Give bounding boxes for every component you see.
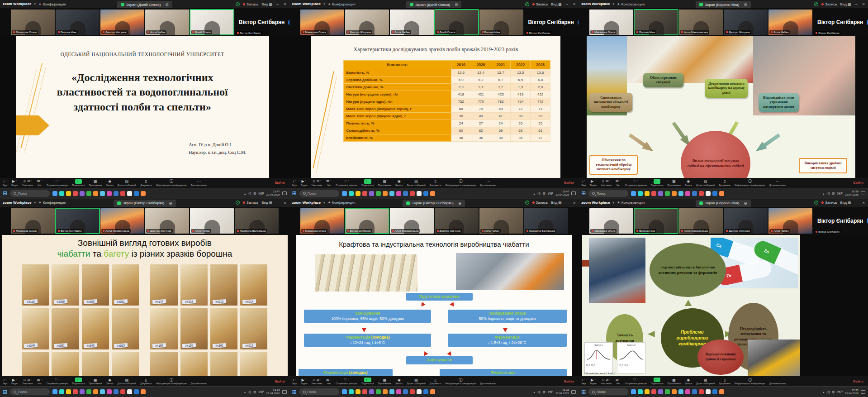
leave-meeting-button[interactable]: Выйти (564, 379, 576, 383)
taskbar-clock[interactable]: 15:3523.04.2026 (845, 389, 859, 395)
app-icon[interactable] (430, 191, 435, 196)
screen-share-tab[interactable]: Экран (Ворона Ніна) ⊖ (696, 200, 751, 207)
toolbar-mic[interactable]: ♪⌃Звук (292, 179, 297, 187)
app-icon[interactable] (114, 389, 119, 394)
taskbar-search[interactable]: Поиск (10, 388, 50, 395)
app-icon[interactable] (134, 389, 139, 394)
volume-icon[interactable]: ◁) (537, 390, 541, 394)
taskbar-search[interactable]: Поиск (10, 190, 50, 197)
leave-meeting-button[interactable]: Выйти (275, 379, 286, 383)
chevron-up-icon[interactable]: ⌃ (330, 179, 332, 183)
toolbar-documents[interactable]: ▯Документы (719, 179, 730, 187)
toolbar-participants[interactable]: ☺28⌃Участники (601, 179, 612, 187)
app-icon[interactable] (672, 191, 677, 196)
chevron-down-icon[interactable]: ▾ (34, 2, 36, 6)
app-icon[interactable] (59, 389, 64, 394)
app-icon[interactable] (423, 389, 428, 394)
language-indicator[interactable]: УКР (837, 390, 842, 393)
toolbar-record[interactable]: ◉Запись (106, 378, 113, 385)
app-icon[interactable] (100, 389, 105, 394)
system-tray[interactable]: ▴ ◁) ▥ УКР 15:3923.04.2026 (823, 190, 865, 196)
app-icon[interactable] (86, 191, 91, 196)
app-icon[interactable] (141, 389, 146, 394)
toolbar-apps[interactable]: ▦Приложения (667, 378, 680, 385)
toolbar-documents[interactable]: ▯Документы (430, 378, 441, 385)
toolbar-record[interactable]: ◉Запись (106, 179, 113, 187)
toolbar-camera[interactable]: ▶⌃Видео (11, 378, 18, 385)
system-tray[interactable]: ▴ ◁) ▥ УКР 14:4923.04.2026 (244, 389, 287, 395)
app-icon[interactable] (52, 389, 57, 394)
participant-video[interactable]: Ворона Ніна (479, 10, 523, 35)
participant-video[interactable]: Віктор Єнгібарян (56, 208, 100, 234)
taskbar-clock[interactable]: 14:4923.04.2026 (555, 389, 569, 395)
app-icon[interactable] (356, 191, 360, 196)
chevron-up-icon[interactable]: ⌃ (5, 378, 7, 382)
host-tile[interactable]: › (279, 207, 289, 235)
participant-video[interactable]: Віктор Єнгібарян (345, 208, 389, 234)
chevron-up-icon[interactable]: ⌃ (79, 179, 81, 183)
volume-icon[interactable]: ◁) (826, 390, 830, 394)
toolbar-more[interactable]: ⋯Дополнительно (480, 378, 496, 385)
start-button[interactable]: ⊞ (292, 190, 297, 196)
volume-icon[interactable]: ◁) (537, 191, 541, 195)
tray-chevron-icon[interactable]: ▴ (534, 390, 535, 393)
app-icon[interactable] (114, 191, 119, 196)
chevron-up-icon[interactable]: ⌃ (584, 179, 586, 183)
app-icon[interactable] (127, 389, 132, 394)
language-indicator[interactable]: УКР (548, 390, 553, 393)
toolbar-whiteboard[interactable]: ▤Доски сообщений (118, 378, 136, 385)
chevron-up-icon[interactable]: ⌃ (320, 378, 322, 382)
toolbar-camera[interactable]: ▶⌃Видео (301, 378, 308, 385)
app-icon[interactable] (678, 191, 683, 196)
toolbar-chat[interactable]: ✉⌃Чат (37, 378, 43, 385)
tray-chevron-icon[interactable]: ▴ (244, 390, 246, 393)
participant-video[interactable]: Алла Макаринська (100, 208, 144, 234)
language-indicator[interactable]: УКР (548, 192, 553, 195)
participant-video[interactable]: Алла Чабан (479, 208, 523, 234)
notification-icon[interactable] (571, 390, 576, 394)
toolbar-apps[interactable]: ▦Приложения (667, 179, 680, 187)
network-icon[interactable]: ▥ (543, 390, 545, 394)
toolbar-share-screen[interactable]: ↑⌃Поделиться (361, 179, 374, 187)
toolbar-camera[interactable]: ▶⌃Видео (11, 179, 18, 187)
chevron-up-icon[interactable]: ⌃ (15, 378, 17, 382)
close-button[interactable]: × (572, 201, 576, 205)
app-icon[interactable] (369, 191, 374, 196)
view-button[interactable]: Вид▦ (840, 2, 851, 6)
participant-video[interactable]: Алла Чабан (768, 10, 812, 35)
system-tray[interactable]: ▴ ◁) ▥ УКР 14:4923.04.2026 (534, 389, 576, 395)
toolbar-whiteboard[interactable]: ▤Доски сообщений (696, 179, 715, 187)
toolbar-apps[interactable]: ▦Приложения (89, 378, 102, 385)
collapse-tab-icon[interactable]: ⊖ (169, 201, 172, 206)
chevron-up-icon[interactable]: ⌃ (609, 179, 611, 183)
app-icon[interactable] (719, 191, 724, 196)
app-icon[interactable] (699, 191, 704, 196)
meeting-menu[interactable]: ✦Конференция (38, 201, 66, 205)
volume-icon[interactable]: ◁) (826, 191, 830, 195)
chevron-up-icon[interactable]: ⌃ (637, 179, 639, 183)
app-icon[interactable] (80, 389, 85, 394)
chevron-up-icon[interactable]: ⌃ (584, 378, 586, 382)
app-icon[interactable] (389, 389, 394, 394)
chevron-up-icon[interactable]: ⌃ (657, 179, 659, 183)
meeting-menu[interactable]: ✦Конференция (617, 2, 645, 6)
view-button[interactable]: Вид▦ (840, 201, 851, 205)
app-icon[interactable] (100, 191, 105, 196)
screen-share-tab[interactable]: Экран (Доній Олеся) ⊖ (406, 1, 461, 8)
participant-video[interactable]: Алла Макаринська (679, 10, 723, 35)
language-indicator[interactable]: УКР (837, 192, 842, 195)
tray-chevron-icon[interactable]: ▴ (534, 192, 535, 195)
app-icon[interactable] (349, 389, 354, 394)
minimize-button[interactable]: – (854, 201, 859, 205)
security-shield-icon[interactable]: ✓ (814, 2, 818, 6)
toolbar-documents[interactable]: ▯Документы (430, 179, 441, 187)
chevron-up-icon[interactable]: ⌃ (619, 378, 621, 382)
toolbar-camera[interactable]: ▶⌃Видео (590, 378, 597, 385)
network-icon[interactable]: ▥ (832, 390, 835, 394)
taskbar-clock[interactable]: 15:4723.04.2026 (266, 190, 280, 196)
view-button[interactable]: Вид▦ (261, 201, 272, 205)
chevron-up-icon[interactable]: ⌃ (594, 179, 596, 183)
toolbar-record[interactable]: ◉Запись (685, 378, 692, 385)
app-icon[interactable] (86, 389, 91, 394)
app-icon[interactable] (417, 389, 422, 394)
